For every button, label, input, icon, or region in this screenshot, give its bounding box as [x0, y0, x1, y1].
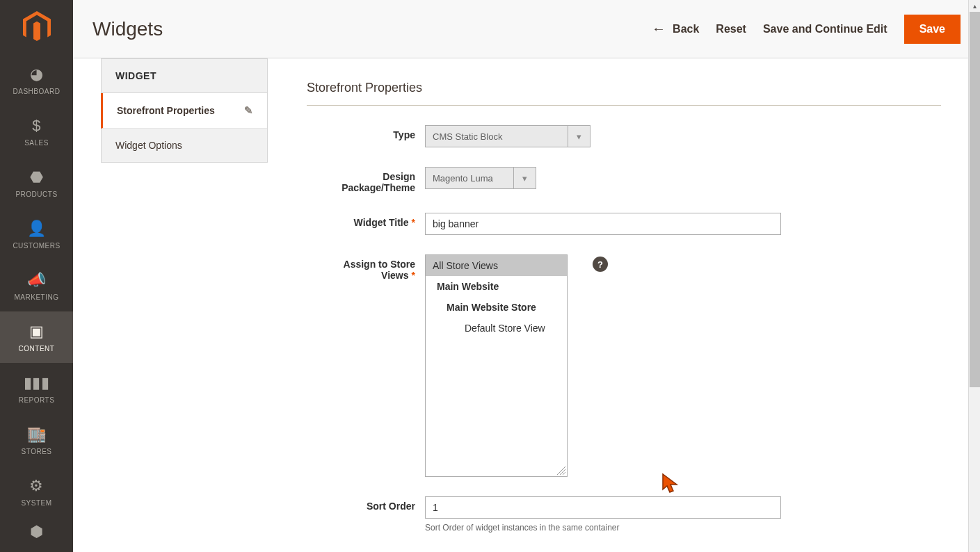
store-option-main-store[interactable]: Main Website Store [426, 297, 567, 318]
dollar-icon: $ [32, 117, 41, 135]
panel-heading: WIDGET [102, 59, 267, 93]
box-icon: ⬣ [30, 168, 44, 186]
nav-extensions[interactable]: ⬢ [0, 517, 73, 545]
widget-title-input[interactable] [425, 213, 781, 235]
tab-widget-options[interactable]: Widget Options [102, 129, 267, 162]
field-type: Type CMS Static Block ▾ [307, 125, 941, 147]
save-label: Save [919, 23, 945, 35]
store-option-all[interactable]: All Store Views [426, 255, 567, 276]
save-button[interactable]: Save [904, 15, 961, 44]
field-store-views: Assign to Store Views* All Store Views M… [307, 254, 941, 477]
content-area: WIDGET Storefront Properties ✎ Widget Op… [73, 58, 980, 552]
gear-icon: ⚙ [29, 477, 44, 495]
page-header: Widgets ←Back Reset Save and Continue Ed… [73, 0, 980, 58]
nav-label: CONTENT [19, 345, 55, 352]
nav-label: REPORTS [19, 396, 55, 404]
arrow-left-icon: ← [652, 21, 666, 37]
main-area: Widgets ←Back Reset Save and Continue Ed… [73, 0, 980, 552]
nav-marketing[interactable]: 📣MARKETING [0, 260, 73, 311]
sort-order-input[interactable] [425, 496, 781, 519]
save-continue-button[interactable]: Save and Continue Edit [763, 23, 887, 35]
sort-order-note: Sort Order of widget instances in the sa… [425, 523, 781, 533]
nav-stores[interactable]: 🏬STORES [0, 414, 73, 466]
theme-select: Magento Luma ▾ [425, 167, 536, 189]
nav-label: SYSTEM [21, 499, 51, 507]
widget-panel: WIDGET Storefront Properties ✎ Widget Op… [101, 58, 268, 163]
form-area: Storefront Properties Type CMS Static Bl… [268, 58, 980, 552]
save-continue-label: Save and Continue Edit [763, 23, 887, 35]
field-theme: Design Package/Theme Magento Luma ▾ [307, 167, 941, 193]
type-value: CMS Static Block [426, 131, 568, 142]
nav-dashboard[interactable]: ◕DASHBOARD [0, 54, 73, 106]
theme-value: Magento Luma [426, 173, 513, 184]
scroll-up-icon[interactable]: ▴ [969, 0, 980, 12]
store-views-multiselect[interactable]: All Store Views Main Website Main Websit… [425, 254, 568, 477]
magento-logo-icon [23, 11, 51, 43]
store-option-default-view[interactable]: Default Store View [426, 318, 567, 339]
nav-label: MARKETING [15, 293, 59, 301]
chevron-down-icon: ▾ [568, 126, 590, 147]
nav-label: STORES [22, 448, 52, 455]
person-icon: 👤 [27, 220, 47, 238]
pencil-icon: ✎ [244, 104, 253, 117]
nav-label: PRODUCTS [15, 190, 57, 198]
nav-label: DASHBOARD [13, 88, 61, 95]
nav-products[interactable]: ⬣PRODUCTS [0, 157, 73, 209]
field-widget-title: Widget Title* [307, 213, 941, 235]
back-label: Back [673, 23, 699, 35]
storefront-icon: 🏬 [27, 425, 47, 444]
scrollbar-thumb[interactable] [970, 12, 980, 387]
gauge-icon: ◕ [30, 65, 44, 83]
nav-content[interactable]: ▣CONTENT [0, 311, 73, 363]
tab-storefront-properties[interactable]: Storefront Properties ✎ [101, 93, 267, 129]
scrollbar[interactable]: ▴ [968, 0, 980, 552]
type-select: CMS Static Block ▾ [425, 125, 591, 147]
widget-title-label: Widget Title* [307, 213, 425, 228]
help-icon[interactable]: ? [593, 257, 608, 272]
nav-customers[interactable]: 👤CUSTOMERS [0, 209, 73, 260]
reset-button[interactable]: Reset [716, 23, 746, 35]
sort-order-label: Sort Order [307, 496, 425, 512]
tab-label: Storefront Properties [117, 105, 215, 116]
nav-sales[interactable]: $SALES [0, 106, 73, 157]
reset-label: Reset [716, 23, 746, 35]
theme-label: Design Package/Theme [307, 167, 425, 193]
page-title: Widgets [93, 18, 652, 40]
nav-label: SALES [24, 139, 49, 147]
header-actions: ←Back Reset Save and Continue Edit Save [652, 15, 961, 44]
nav-system[interactable]: ⚙SYSTEM [0, 466, 73, 517]
puzzle-icon: ⬢ [30, 523, 44, 541]
resize-handle-icon[interactable] [557, 466, 565, 475]
store-option-main-website[interactable]: Main Website [426, 276, 567, 297]
store-views-label: Assign to Store Views* [307, 254, 425, 281]
layout-icon: ▣ [29, 323, 45, 341]
bars-icon: ▮▮▮ [24, 374, 50, 392]
type-label: Type [307, 125, 425, 140]
admin-sidebar: ◕DASHBOARD $SALES ⬣PRODUCTS 👤CUSTOMERS 📣… [0, 0, 73, 552]
back-button[interactable]: ←Back [652, 21, 699, 37]
nav-label: CUSTOMERS [13, 242, 60, 250]
megaphone-icon: 📣 [27, 271, 47, 289]
tab-label: Widget Options [115, 140, 182, 151]
nav-reports[interactable]: ▮▮▮REPORTS [0, 363, 73, 414]
section-title: Storefront Properties [307, 81, 941, 106]
field-sort-order: Sort Order Sort Order of widget instance… [307, 496, 941, 533]
side-panel: WIDGET Storefront Properties ✎ Widget Op… [73, 58, 268, 552]
chevron-down-icon: ▾ [513, 168, 536, 188]
magento-logo[interactable] [0, 0, 73, 54]
